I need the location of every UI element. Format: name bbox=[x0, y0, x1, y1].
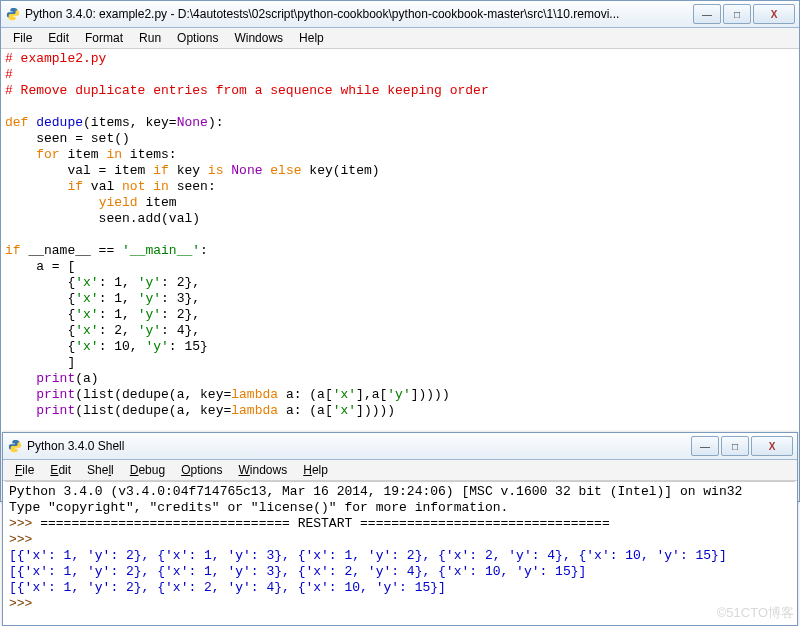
window-controls: — □ X bbox=[693, 4, 795, 24]
shell-titlebar[interactable]: Python 3.4.0 Shell — □ X bbox=[3, 433, 797, 460]
menu-help[interactable]: Help bbox=[295, 461, 336, 479]
menu-file[interactable]: File bbox=[5, 29, 40, 47]
shell-prompt: >>> bbox=[9, 516, 40, 531]
minimize-button[interactable]: — bbox=[693, 4, 721, 24]
shell-output-line: [{'x': 1, 'y': 2}, {'x': 1, 'y': 3}, {'x… bbox=[9, 548, 727, 563]
editor-titlebar[interactable]: Python 3.4.0: example2.py - D:\4autotest… bbox=[1, 1, 799, 28]
editor-menubar: File Edit Format Run Options Windows Hel… bbox=[1, 28, 799, 49]
menu-format[interactable]: Format bbox=[77, 29, 131, 47]
menu-edit[interactable]: Edit bbox=[40, 29, 77, 47]
menu-edit[interactable]: Edit bbox=[42, 461, 79, 479]
restart-banner: ================================ RESTART… bbox=[40, 516, 610, 531]
menu-shell[interactable]: Shell bbox=[79, 461, 122, 479]
menu-help[interactable]: Help bbox=[291, 29, 332, 47]
close-button[interactable]: X bbox=[751, 436, 793, 456]
menu-run[interactable]: Run bbox=[131, 29, 169, 47]
shell-prompt: >>> bbox=[9, 532, 40, 547]
shell-window: Python 3.4.0 Shell — □ X File Edit Shell… bbox=[2, 432, 798, 626]
maximize-button[interactable]: □ bbox=[723, 4, 751, 24]
menu-options[interactable]: Options bbox=[173, 461, 230, 479]
menu-options[interactable]: Options bbox=[169, 29, 226, 47]
maximize-button[interactable]: □ bbox=[721, 436, 749, 456]
menu-debug[interactable]: Debug bbox=[122, 461, 173, 479]
close-button[interactable]: X bbox=[753, 4, 795, 24]
shell-output-line: [{'x': 1, 'y': 2}, {'x': 2, 'y': 4}, {'x… bbox=[9, 580, 446, 595]
shell-prompt: >>> bbox=[9, 596, 40, 611]
watermark: ©51CTO博客 bbox=[717, 604, 794, 622]
shell-title: Python 3.4.0 Shell bbox=[27, 439, 691, 453]
shell-output-line: [{'x': 1, 'y': 2}, {'x': 1, 'y': 3}, {'x… bbox=[9, 564, 586, 579]
editor-title: Python 3.4.0: example2.py - D:\4autotest… bbox=[25, 7, 693, 21]
editor-code-area[interactable]: # example2.py # # Remove duplicate entri… bbox=[1, 49, 799, 421]
shell-banner2: Type "copyright", "credits" or "license(… bbox=[9, 500, 508, 515]
menu-windows[interactable]: Windows bbox=[226, 29, 291, 47]
editor-window: Python 3.4.0: example2.py - D:\4autotest… bbox=[0, 0, 800, 502]
python-icon bbox=[7, 438, 23, 454]
menu-windows[interactable]: Windows bbox=[231, 461, 296, 479]
menu-file[interactable]: File bbox=[7, 461, 42, 479]
shell-banner: Python 3.4.0 (v3.4.0:04f714765c13, Mar 1… bbox=[9, 484, 742, 499]
minimize-button[interactable]: — bbox=[691, 436, 719, 456]
python-icon bbox=[5, 6, 21, 22]
window-controls: — □ X bbox=[691, 436, 793, 456]
shell-menubar: File Edit Shell Debug Options Windows He… bbox=[3, 460, 797, 481]
shell-output-area[interactable]: Python 3.4.0 (v3.4.0:04f714765c13, Mar 1… bbox=[5, 481, 795, 614]
